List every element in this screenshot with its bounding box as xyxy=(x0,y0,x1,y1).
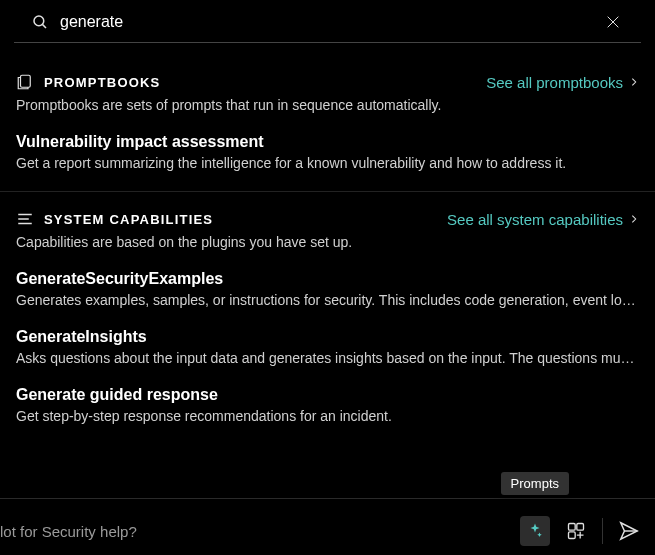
see-all-promptbooks-label: See all promptbooks xyxy=(486,74,623,91)
capability-item-title: GenerateSecurityExamples xyxy=(16,270,639,288)
svg-rect-10 xyxy=(569,532,576,539)
capabilities-title: SYSTEM CAPABILITIES xyxy=(44,212,213,227)
bottom-actions xyxy=(520,516,643,546)
see-all-capabilities-link[interactable]: See all system capabilities xyxy=(447,211,639,228)
svg-rect-8 xyxy=(569,524,576,531)
vertical-separator xyxy=(602,518,603,544)
capabilities-header: SYSTEM CAPABILITIES See all system capab… xyxy=(16,210,639,228)
clear-search-button[interactable] xyxy=(601,10,625,34)
capability-item-desc: Asks questions about the input data and … xyxy=(16,350,639,366)
capabilities-description: Capabilities are based on the plugins yo… xyxy=(16,234,639,250)
capability-item-title: Generate guided response xyxy=(16,386,639,404)
svg-rect-4 xyxy=(21,75,31,87)
promptbook-item-desc: Get a report summarizing the intelligenc… xyxy=(16,155,639,171)
search-icon xyxy=(30,12,50,32)
bottom-bar: lot for Security help? xyxy=(0,507,655,555)
svg-line-1 xyxy=(42,24,46,28)
search-bar xyxy=(14,0,641,43)
svg-rect-9 xyxy=(577,524,584,531)
capability-item-title: GenerateInsights xyxy=(16,328,639,346)
prompt-input-placeholder[interactable]: lot for Security help? xyxy=(0,523,520,540)
chevron-right-icon xyxy=(629,212,639,226)
section-divider xyxy=(0,191,655,192)
svg-point-0 xyxy=(34,16,44,26)
sources-button[interactable] xyxy=(562,517,590,545)
send-button[interactable] xyxy=(615,517,643,545)
search-input[interactable] xyxy=(60,13,601,31)
capability-item[interactable]: GenerateInsights Asks questions about th… xyxy=(16,328,639,366)
prompts-button[interactable] xyxy=(520,516,550,546)
capability-item[interactable]: GenerateSecurityExamples Generates examp… xyxy=(16,270,639,308)
chevron-right-icon xyxy=(629,75,639,89)
capability-item[interactable]: Generate guided response Get step-by-ste… xyxy=(16,386,639,424)
promptbook-icon xyxy=(16,73,34,91)
see-all-promptbooks-link[interactable]: See all promptbooks xyxy=(486,74,639,91)
list-icon xyxy=(16,210,34,228)
capability-item-desc: Get step-by-step response recommendation… xyxy=(16,408,639,424)
promptbooks-title: PROMPTBOOKS xyxy=(44,75,160,90)
see-all-capabilities-label: See all system capabilities xyxy=(447,211,623,228)
promptbooks-description: Promptbooks are sets of prompts that run… xyxy=(16,97,639,113)
promptbooks-header: PROMPTBOOKS See all promptbooks xyxy=(16,73,639,91)
bottom-divider xyxy=(0,498,655,499)
promptbook-item[interactable]: Vulnerability impact assessment Get a re… xyxy=(16,133,639,171)
promptbooks-section: PROMPTBOOKS See all promptbooks Promptbo… xyxy=(0,73,655,171)
prompts-tooltip: Prompts xyxy=(501,472,569,495)
capabilities-section: SYSTEM CAPABILITIES See all system capab… xyxy=(0,210,655,424)
promptbook-item-title: Vulnerability impact assessment xyxy=(16,133,639,151)
capability-item-desc: Generates examples, samples, or instruct… xyxy=(16,292,639,308)
